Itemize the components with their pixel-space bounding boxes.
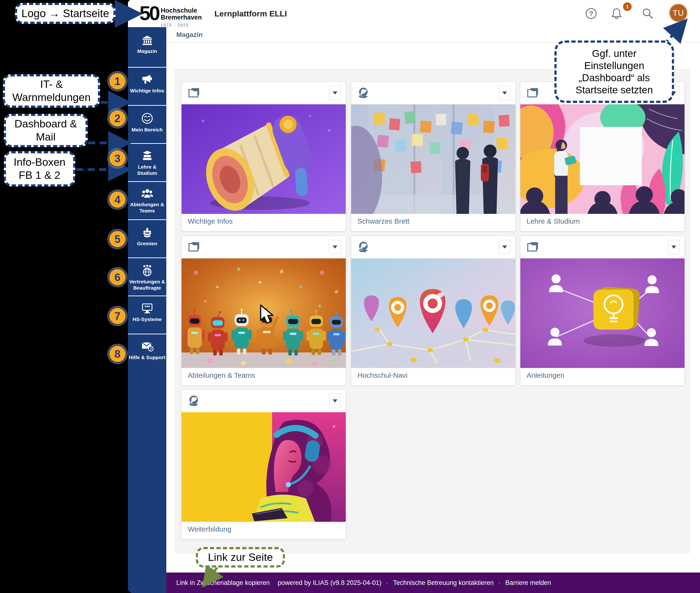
search-button[interactable] — [639, 0, 656, 27]
search-icon — [641, 7, 654, 20]
card-image-megaphone — [182, 104, 346, 214]
sidebar-item-gremien[interactable]: Gremien — [128, 219, 166, 258]
chevron-down-icon — [502, 245, 507, 249]
callout-infoboxen: Info-Boxen FB 1 & 2 — [4, 151, 75, 187]
annotation-number-3: 3 — [109, 150, 126, 167]
card-title[interactable]: Lehre & Studium — [526, 217, 580, 225]
card-wichtige-infos[interactable]: Wichtige Infos — [181, 82, 346, 232]
people-group-icon — [141, 189, 153, 199]
card-actions-dropdown[interactable] — [329, 240, 341, 254]
svg-text:?: ? — [589, 9, 593, 17]
card-header — [182, 390, 346, 412]
globe-people-icon — [141, 265, 153, 276]
footer-separator: · — [386, 579, 389, 587]
sidebar-item-wichtige-infos[interactable]: Wichtige Infos — [128, 67, 166, 105]
card-actions-dropdown[interactable] — [329, 86, 341, 100]
card-abteilungen-teams[interactable]: Abteilungen & Teams — [181, 236, 346, 386]
card-title[interactable]: Abteilungen & Teams — [188, 371, 255, 380]
footer-link-copy[interactable]: Link in Zwischenablage kopieren — [176, 579, 270, 587]
card-image-lightbulb — [520, 259, 685, 368]
footer-link-barrier[interactable]: Barriere melden — [505, 579, 551, 587]
card-header — [182, 236, 346, 259]
sidebar-item-magazin[interactable]: Magazin — [128, 27, 166, 67]
card-schwarzes-brett[interactable]: Schwarzes Brett — [351, 82, 516, 232]
footer-powered-by[interactable]: powered by ILIAS (v9.8 2025-04-01) — [278, 579, 381, 587]
help-icon: ? — [585, 7, 597, 20]
notification-count-badge: 1 — [623, 2, 632, 11]
screenshot-stage: 50 Hochschule Bremerhaven 1975 - 2025 Le… — [0, 0, 700, 593]
sidebar-item-mein-bereich[interactable]: Mein Bereich — [128, 105, 166, 143]
logo-line2: Bremerhaven — [160, 14, 202, 21]
logo-text: Hochschule Bremerhaven 1975 - 2025 — [160, 7, 202, 29]
sidebar-item-abteilungen-teams[interactable]: Abteilungen & Teams — [128, 181, 166, 219]
logo-line1: Hochschule — [160, 7, 202, 14]
card-title[interactable]: Hochschul-Navi — [357, 371, 407, 380]
folder-icon — [526, 87, 539, 98]
smiley-icon — [141, 112, 153, 124]
footer-bar: Link in Zwischenablage kopieren powered … — [166, 572, 700, 593]
card-header — [520, 236, 685, 259]
callout-link-zur-seite: Link zur Seite — [196, 547, 285, 567]
annotation-number-2: 2 — [109, 110, 126, 127]
sidebar-item-lehre-studium[interactable]: Lehre & Studium — [128, 143, 166, 181]
annotation-number-7: 7 — [109, 307, 126, 325]
card-image-map-pins — [351, 259, 515, 368]
callout-settings-dashboard: Ggf. unter Einstellungen „Dashboard“ als… — [554, 40, 674, 103]
card-actions-dropdown[interactable] — [329, 394, 341, 408]
breadcrumb[interactable]: Magazin — [176, 31, 202, 39]
card-title[interactable]: Schwarzes Brett — [357, 217, 409, 225]
weblink-icon — [357, 87, 370, 99]
card-actions-dropdown[interactable] — [499, 240, 511, 254]
chevron-down-icon — [333, 245, 337, 249]
weblink-icon — [357, 241, 370, 253]
card-image-headphones-person — [182, 412, 346, 522]
sidebar-nav: Magazin Wichtige Infos Mein Bereich — [128, 27, 166, 593]
card-lehre-studium[interactable]: Lehre & Studium — [520, 82, 685, 232]
annotation-number-5: 5 — [109, 230, 126, 248]
sidebar-item-hilfe-support[interactable]: ? Hilfe & Support — [128, 334, 166, 372]
chevron-down-icon — [333, 399, 337, 402]
sidebar-item-label: Magazin — [136, 48, 158, 54]
footer-separator: · — [499, 579, 501, 587]
chevron-down-icon — [502, 91, 507, 94]
user-avatar[interactable]: TU — [669, 3, 688, 23]
card-weiterbildung[interactable]: Weiterbildung — [181, 390, 346, 540]
callout-it-warnmeldungen: IT- & Warnmeldungen — [3, 74, 100, 108]
callout-logo-startseite: Logo → Startseite — [15, 3, 116, 24]
books-cap-icon — [141, 151, 153, 161]
university-logo[interactable]: 50 Hochschule Bremerhaven 1975 - 2025 — [139, 2, 202, 29]
card-title[interactable]: Weiterbildung — [188, 525, 231, 533]
footer-link-support[interactable]: Technische Betreuung kontaktieren — [393, 579, 494, 587]
card-image-sticky-notes — [351, 104, 515, 214]
card-actions-dropdown[interactable] — [499, 86, 511, 100]
sidebar-item-hs-systeme[interactable]: *** HS-Systeme — [128, 295, 166, 334]
sidebar-item-label: Lehre & Studium — [128, 164, 166, 176]
card-anleitungen[interactable]: Anleitungen — [520, 236, 685, 386]
sidebar-item-label: Mein Bereich — [131, 127, 164, 133]
callout-dashboard-mail: Dashboard & Mail — [4, 114, 88, 147]
sidebar-item-label: HS-Systeme — [132, 316, 163, 322]
annotation-number-1: 1 — [109, 72, 126, 90]
card-actions-dropdown[interactable] — [668, 240, 680, 254]
svg-text:***: *** — [144, 305, 150, 310]
folder-icon — [526, 241, 539, 253]
svg-text:?: ? — [150, 347, 152, 351]
card-title[interactable]: Wichtige Infos — [188, 217, 232, 225]
card-image-robots — [182, 259, 346, 368]
chevron-down-icon — [671, 245, 676, 249]
card-header — [351, 236, 515, 259]
bell-icon — [610, 7, 623, 20]
card-image-presentation — [520, 104, 685, 214]
help-button[interactable]: ? — [583, 0, 599, 27]
notifications-button[interactable] — [608, 0, 625, 27]
hand-people-icon — [141, 227, 153, 238]
folder-icon — [188, 241, 200, 253]
card-title[interactable]: Anleitungen — [526, 371, 564, 380]
sidebar-item-vertretungen[interactable]: Vertretungen & Beauftragte — [128, 258, 166, 295]
page-title: Lernplattform ELLI — [214, 0, 287, 27]
annotation-number-8: 8 — [109, 345, 126, 363]
sidebar-item-label: Hilfe & Support — [128, 354, 166, 361]
weblink-icon — [188, 395, 200, 407]
card-header — [182, 82, 346, 104]
card-hochschul-navi[interactable]: Hochschul-Navi — [351, 236, 516, 386]
